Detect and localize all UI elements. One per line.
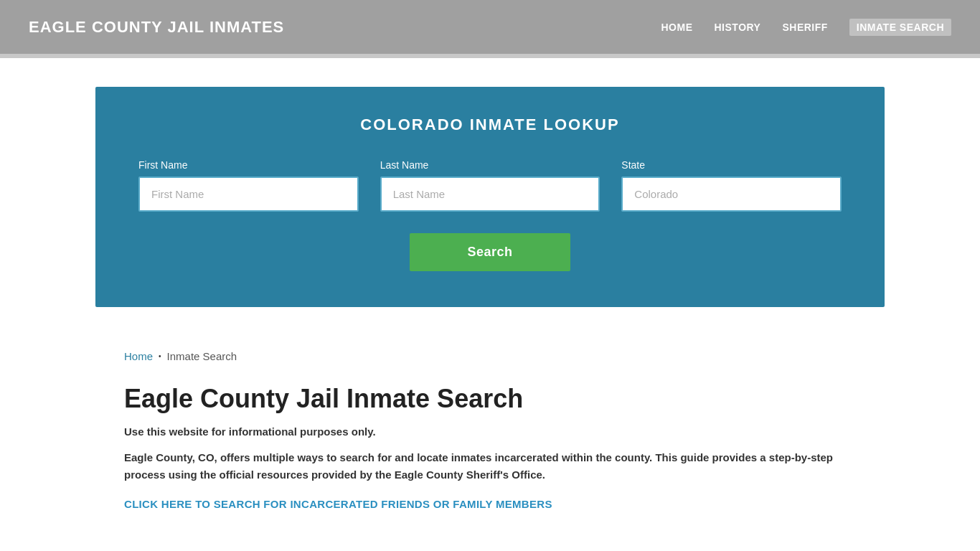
breadcrumb-section: Home • Inmate Search [95,336,885,369]
site-title: EAGLE COUNTY JAIL INMATES [29,18,284,37]
last-name-input[interactable] [380,176,600,212]
state-input[interactable] [621,176,842,212]
cta-link[interactable]: CLICK HERE to Search for Incarcerated Fr… [124,498,552,510]
main-content: Eagle County Jail Inmate Search Use this… [95,384,885,511]
search-panel-title: COLORADO INMATE LOOKUP [138,116,842,134]
first-name-group: First Name [138,159,359,212]
last-name-label: Last Name [380,159,600,171]
state-group: State [621,159,842,212]
header-underline [0,54,980,58]
breadcrumb-home[interactable]: Home [124,350,153,362]
search-button-row: Search [138,233,842,271]
last-name-group: Last Name [380,159,600,212]
main-nav: HOME HISTORY SHERIFF INMATE SEARCH [661,19,952,36]
state-label: State [621,159,842,171]
page-title: Eagle County Jail Inmate Search [124,384,856,414]
disclaimer-text: Use this website for informational purpo… [124,425,856,438]
search-panel: COLORADO INMATE LOOKUP First Name Last N… [95,87,885,307]
first-name-label: First Name [138,159,359,171]
first-name-input[interactable] [138,176,359,212]
search-button[interactable]: Search [410,233,570,271]
description-text: Eagle County, CO, offers multiple ways t… [124,449,856,484]
nav-history[interactable]: HISTORY [715,22,761,33]
site-header: EAGLE COUNTY JAIL INMATES HOME HISTORY S… [0,0,980,54]
nav-inmate-search[interactable]: INMATE SEARCH [849,19,951,36]
breadcrumb-current: Inmate Search [167,350,237,362]
form-row: First Name Last Name State [138,159,842,212]
breadcrumb-separator: • [159,352,161,360]
breadcrumb: Home • Inmate Search [124,350,856,362]
nav-sheriff[interactable]: SHERIFF [782,22,827,33]
nav-home[interactable]: HOME [661,22,693,33]
